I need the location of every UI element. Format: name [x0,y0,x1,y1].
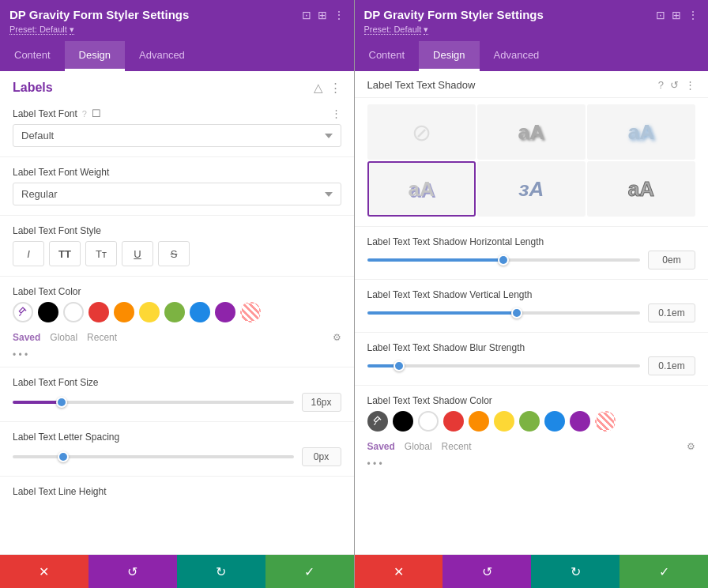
svg-line-1 [19,314,21,315]
font-label: Label Text Font ? ☐ ⋮ [13,107,341,119]
shadow-preview-4: зА [518,177,544,202]
shadow-horiz-slider[interactable] [367,258,641,262]
left-toolbar: ✕ ↺ ↻ ✓ [0,554,354,588]
left-preset-label[interactable]: Preset: Default [9,24,67,35]
color-meta: Saved Global Recent ⚙ [0,329,354,346]
shadow-green-swatch[interactable] [519,411,540,432]
font-help-icon[interactable]: ? [82,109,87,119]
left-tabs: Content Design Advanced [0,41,354,71]
shadow-eyedropper-swatch[interactable] [367,411,388,432]
right-undo-button[interactable]: ↺ [442,555,531,588]
section-more-icon[interactable]: ⋮ [330,81,341,95]
shadow-white-swatch[interactable] [418,411,439,432]
menu-icon[interactable]: ⋮ [333,9,345,21]
left-undo-button[interactable]: ↺ [88,555,177,588]
shadow-color-swatches [367,411,696,432]
uppercase-btn[interactable]: TT [49,241,81,266]
striped-swatch[interactable] [240,302,261,322]
left-preset: Preset: Default ▾ [9,21,345,41]
black-swatch[interactable] [38,302,58,322]
italic-btn[interactable]: I [13,241,44,266]
font-more-icon[interactable]: ⋮ [331,107,341,119]
shadow-reset-icon[interactable]: ↺ [670,79,679,91]
left-cancel-button[interactable]: ✕ [0,555,88,588]
font-device-icon[interactable]: ☐ [92,107,101,119]
shadow-color-label: Label Text Text Shadow Color [367,395,696,406]
tab-design-left[interactable]: Design [65,41,125,71]
minimize-icon[interactable]: ⊡ [302,9,311,21]
expand-icon[interactable]: ⊞ [318,9,327,21]
shadow-red-swatch[interactable] [443,411,464,432]
font-select[interactable]: Default Arial Helvetica [13,124,341,147]
red-swatch[interactable] [88,302,109,322]
shadow-option-1[interactable]: aA [477,104,586,160]
recent-label: Recent [87,332,117,343]
shadow-striped-swatch[interactable] [595,411,616,432]
letter-spacing-slider[interactable] [13,455,294,458]
shadow-blue-swatch[interactable] [544,411,565,432]
font-size-label: Label Text Font Size [13,377,341,388]
collapse-icon[interactable]: △ [314,81,323,95]
letter-spacing-value: 0px [302,447,341,466]
left-redo-button[interactable]: ↻ [177,555,266,588]
shadow-option-3[interactable]: aA [367,161,476,217]
shadow-purple-swatch[interactable] [570,411,590,432]
letter-spacing-label-text: Label Text Letter Spacing [13,432,119,443]
shadow-help-icon[interactable]: ? [658,79,664,91]
shadow-none-option[interactable]: ⊘ [367,104,476,160]
shadow-horiz-row: 0em [355,251,709,276]
purple-swatch[interactable] [215,302,235,322]
tab-design-right[interactable]: Design [419,41,479,71]
right-preset-label[interactable]: Preset: Default [364,24,422,35]
font-weight-select[interactable]: Regular Bold Light [13,183,341,205]
style-buttons: I TT Tт U S [13,241,341,266]
white-swatch[interactable] [63,302,84,322]
green-swatch[interactable] [164,302,185,322]
right-minimize-icon[interactable]: ⊡ [656,9,665,21]
letter-spacing-slider-row: 0px [13,447,341,466]
color-swatches [13,302,341,322]
left-panel: DP Gravity Form Styler Settings ⊡ ⊞ ⋮ Pr… [0,0,354,588]
font-setting: Label Text Font ? ☐ ⋮ Default Arial Helv… [0,101,354,153]
shadow-saved-label: Saved [367,441,395,452]
left-save-button[interactable]: ✓ [266,555,354,588]
right-cancel-button[interactable]: ✕ [355,555,443,588]
orange-swatch[interactable] [114,302,134,322]
shadow-horiz-label: Label Text Text Shadow Horizontal Length [355,230,709,251]
tab-advanced-right[interactable]: Advanced [480,41,554,71]
shadow-color-settings-icon[interactable]: ⚙ [687,441,695,452]
right-redo-button[interactable]: ↻ [531,555,620,588]
left-header-icons: ⊡ ⊞ ⋮ [302,9,345,21]
color-settings-icon[interactable]: ⚙ [333,332,341,343]
left-preset-arrow[interactable]: ▾ [70,24,74,35]
strikethrough-btn[interactable]: S [158,241,190,266]
shadow-orange-swatch[interactable] [469,411,489,432]
shadow-option-5[interactable]: aA [587,161,695,217]
shadow-dots-icon: • • • [367,458,382,469]
right-panel: DP Gravity Form Styler Settings ⊡ ⊞ ⋮ Pr… [355,0,709,588]
capitalize-btn[interactable]: Tт [85,241,117,266]
right-save-button[interactable]: ✓ [620,555,708,588]
shadow-yellow-swatch[interactable] [494,411,514,432]
shadow-black-swatch[interactable] [393,411,413,432]
tab-advanced-left[interactable]: Advanced [125,41,199,71]
right-expand-icon[interactable]: ⊞ [672,9,681,21]
right-preset-arrow[interactable]: ▾ [424,24,428,35]
shadow-color-label-text: Label Text Text Shadow Color [367,395,492,406]
shadow-vert-slider[interactable] [367,311,641,315]
shadow-blur-slider[interactable] [367,364,641,368]
tab-content-right[interactable]: Content [355,41,420,71]
tab-content-left[interactable]: Content [0,41,65,71]
underline-btn[interactable]: U [122,241,153,266]
right-menu-icon[interactable]: ⋮ [687,9,699,21]
shadow-preview-1: aA [518,120,544,145]
font-style-label-text: Label Text Font Style [13,225,101,236]
yellow-swatch[interactable] [139,302,160,322]
shadow-more-icon[interactable]: ⋮ [685,79,695,91]
shadow-option-2[interactable]: aA [587,104,695,160]
shadow-option-4[interactable]: зА [477,161,586,217]
shadow-section-header: Label Text Text Shadow ? ↺ ⋮ [355,71,709,98]
font-size-slider[interactable] [13,401,294,404]
blue-swatch[interactable] [190,302,210,322]
eyedropper-swatch[interactable] [13,302,33,322]
